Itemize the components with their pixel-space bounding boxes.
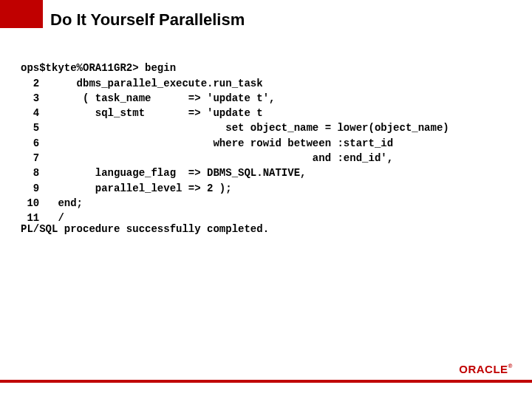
code-line: 5 set object_name = lower(object_name): [21, 122, 449, 134]
registered-mark: ®: [508, 363, 513, 369]
code-line: 10 end;: [21, 197, 83, 209]
red-corner-block: [0, 0, 43, 28]
code-line: 8 language_flag => DBMS_SQL.NATIVE,: [21, 167, 306, 179]
code-block: ops$tkyte%ORA11GR2> begin 2 dbms_paralle…: [21, 46, 449, 226]
footer-accent-bar: [0, 380, 532, 383]
code-line: 2 dbms_parallel_execute.run_task: [21, 78, 263, 89]
code-line: 7 and :end_id',: [21, 152, 393, 164]
code-line: 3 ( task_name => 'update t',: [21, 92, 275, 104]
slide-title: Do It Yourself Parallelism: [50, 10, 245, 30]
oracle-logo: ORACLE®: [459, 363, 513, 375]
code-line: 4 sql_stmt => 'update t: [21, 107, 263, 119]
code-line: 9 parallel_level => 2 );: [21, 183, 232, 194]
code-line: 6 where rowid between :start_id: [21, 137, 393, 149]
code-line: 11 /: [21, 212, 64, 224]
oracle-logo-text: ORACLE: [459, 363, 508, 375]
status-message: PL/SQL procedure successfully completed.: [21, 223, 269, 235]
code-line: ops$tkyte%ORA11GR2> begin: [21, 62, 176, 74]
